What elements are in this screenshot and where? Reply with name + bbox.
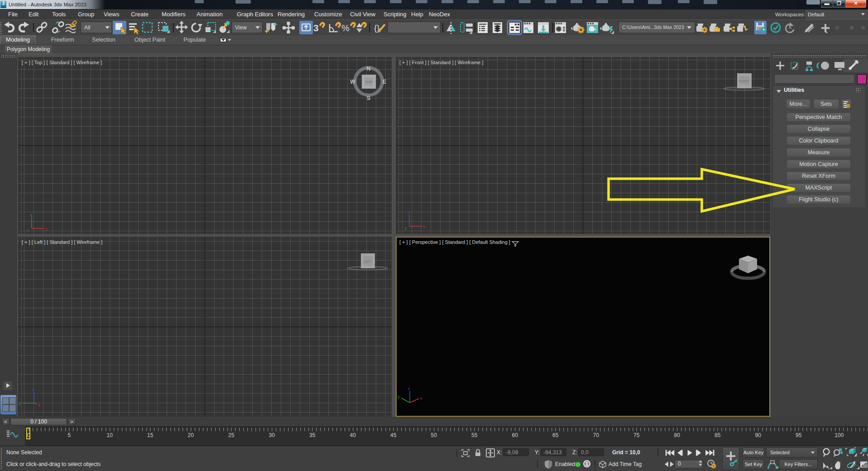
svg-text:3: 3 [313, 23, 319, 33]
svg-text:y: y [405, 226, 407, 230]
svg-text:y: y [19, 401, 21, 405]
svg-text:x: x [45, 227, 48, 231]
svg-text:z: z [32, 387, 34, 392]
svg-text:x: x [38, 403, 40, 407]
svg-text:y: y [398, 395, 400, 399]
svg-text:View: View [235, 24, 247, 31]
svg-text:S: S [367, 95, 370, 101]
svg-text:x: x [423, 224, 425, 229]
svg-text:C:\Users\Ami...3ds Max 2023: C:\Users\Ami...3ds Max 2023 [622, 24, 684, 30]
svg-text:%: % [341, 23, 350, 33]
svg-text:y: y [30, 213, 33, 217]
svg-text:z: z [408, 386, 410, 391]
svg-text:All: All [84, 24, 90, 31]
svg-text:E: E [383, 79, 386, 85]
svg-text:z: z [408, 210, 410, 214]
svg-text:FRONT: FRONT [739, 80, 750, 83]
svg-text:N: N [367, 66, 371, 72]
svg-text:z: z [27, 228, 29, 233]
svg-text:{}: {} [374, 23, 380, 33]
svg-text:W: W [350, 79, 355, 85]
svg-text:LEFT: LEFT [364, 260, 372, 263]
svg-text:TOP: TOP [365, 80, 372, 84]
svg-text:x: x [420, 396, 422, 400]
